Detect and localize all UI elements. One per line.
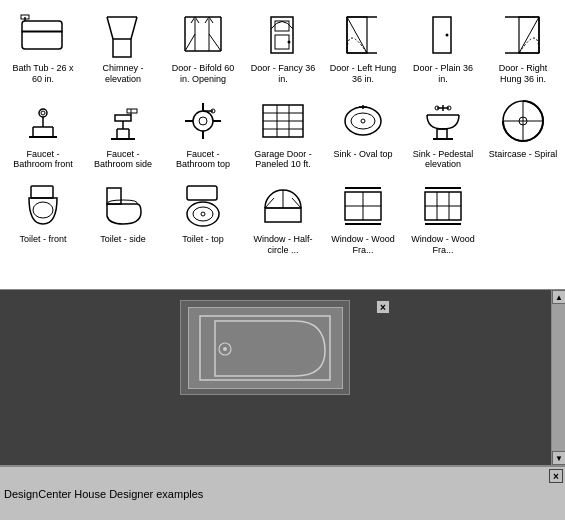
sink-pedestal-icon: [417, 95, 469, 147]
bath-tub-label: Bath Tub - 26 x 60 in.: [7, 63, 79, 85]
icon-toilet-side[interactable]: Toilet - side: [84, 175, 162, 261]
door-bifold-label: Door - Bifold 60 in. Opening: [167, 63, 239, 85]
scroll-up-button[interactable]: ▲: [552, 290, 565, 304]
door-left-label: Door - Left Hung 36 in.: [327, 63, 399, 85]
icon-door-left[interactable]: Door - Left Hung 36 in.: [324, 4, 402, 90]
icon-panel: Bath Tub - 26 x 60 in. Chimney - elevati…: [0, 0, 565, 290]
toilet-front-label: Toilet - front: [19, 234, 66, 245]
icon-sink-pedestal[interactable]: Sink - Pedestal elevation: [404, 90, 482, 176]
scrollbar-vertical[interactable]: ▲ ▼: [551, 290, 565, 465]
svg-point-47: [193, 111, 213, 131]
svg-rect-39: [115, 115, 131, 121]
icon-window-wood1[interactable]: Window - Wood Fra...: [324, 175, 402, 261]
svg-point-80: [33, 202, 53, 218]
svg-rect-0: [22, 21, 62, 49]
staircase-label: Staircase - Spiral: [489, 149, 558, 160]
svg-rect-4: [113, 39, 131, 57]
svg-rect-18: [275, 35, 289, 49]
svg-point-19: [288, 41, 291, 44]
toilet-front-icon: [17, 180, 69, 232]
door-bifold-icon: [177, 9, 229, 61]
icon-faucet-top[interactable]: Faucet - Bathroom top: [164, 90, 242, 176]
icon-garage-door[interactable]: Garage Door - Paneled 10 ft.: [244, 90, 322, 176]
bottom-panel: × DesignCenter House Designer examples ×…: [0, 290, 565, 520]
icon-door-bifold[interactable]: Door - Bifold 60 in. Opening: [164, 4, 242, 90]
svg-rect-45: [127, 109, 137, 113]
icon-window-wood2[interactable]: Window - Wood Fra...: [404, 175, 482, 261]
window-halfcircle-icon: [257, 180, 309, 232]
door-plain-icon: [417, 9, 469, 61]
status-text: DesignCenter House Designer examples: [4, 488, 203, 500]
garage-door-icon: [257, 95, 309, 147]
svg-point-63: [361, 119, 365, 123]
icon-door-plain[interactable]: Door - Plain 36 in.: [404, 4, 482, 90]
window-wood2-label: Window - Wood Fra...: [407, 234, 479, 256]
toilet-side-label: Toilet - side: [100, 234, 146, 245]
svg-line-15: [209, 34, 221, 51]
icon-faucet-front[interactable]: Faucet - Bathroom front: [4, 90, 82, 176]
door-right-icon: [497, 9, 549, 61]
toilet-top-label: Toilet - top: [182, 234, 224, 245]
svg-point-33: [41, 111, 45, 115]
preview-area: [180, 300, 350, 395]
window-wood2-icon: [417, 180, 469, 232]
faucet-front-icon: [17, 95, 69, 147]
icon-grid: Bath Tub - 26 x 60 in. Chimney - elevati…: [0, 0, 565, 265]
svg-point-85: [201, 212, 205, 216]
icon-faucet-side[interactable]: Faucet - Bathroom side: [84, 90, 162, 176]
svg-point-32: [39, 109, 47, 117]
icon-bath-tub[interactable]: Bath Tub - 26 x 60 in.: [4, 4, 82, 90]
sink-oval-label: Sink - Oval top: [333, 149, 392, 160]
svg-rect-82: [187, 186, 217, 200]
window-wood1-icon: [337, 180, 389, 232]
icon-door-fancy[interactable]: Door - Fancy 36 in.: [244, 4, 322, 90]
door-plain-label: Door - Plain 36 in.: [407, 63, 479, 85]
icon-door-right[interactable]: Door - Right Hung 36 in.: [484, 4, 562, 90]
preview-inner: [188, 307, 343, 389]
toilet-top-icon: [177, 180, 229, 232]
icon-staircase[interactable]: Staircase - Spiral: [484, 90, 562, 176]
door-left-icon: [337, 9, 389, 61]
svg-point-48: [199, 117, 207, 125]
svg-line-24: [347, 17, 367, 53]
door-right-label: Door - Right Hung 36 in.: [487, 63, 559, 85]
svg-rect-66: [437, 129, 447, 139]
faucet-top-label: Faucet - Bathroom top: [167, 149, 239, 171]
bath-tub-icon: [17, 9, 69, 61]
door-fancy-label: Door - Fancy 36 in.: [247, 63, 319, 85]
close-preview-button[interactable]: ×: [376, 300, 390, 314]
svg-line-5: [107, 17, 113, 39]
sink-oval-icon: [337, 95, 389, 147]
svg-rect-1: [22, 31, 62, 32]
svg-line-6: [131, 17, 137, 39]
toilet-side-icon: [97, 180, 149, 232]
chimney-icon: [97, 9, 149, 61]
svg-point-62: [351, 113, 375, 129]
svg-rect-86: [265, 208, 301, 222]
window-wood1-label: Window - Wood Fra...: [327, 234, 399, 256]
svg-point-84: [193, 207, 213, 221]
scroll-down-button[interactable]: ▼: [552, 451, 565, 465]
faucet-front-label: Faucet - Bathroom front: [7, 149, 79, 171]
sink-pedestal-label: Sink - Pedestal elevation: [407, 149, 479, 171]
svg-point-26: [446, 34, 449, 37]
icon-window-halfcircle[interactable]: Window - Half-circle ...: [244, 175, 322, 261]
faucet-side-label: Faucet - Bathroom side: [87, 149, 159, 171]
staircase-icon: [497, 95, 549, 147]
icon-toilet-front[interactable]: Toilet - front: [4, 175, 82, 261]
chimney-label: Chimney - elevation: [87, 63, 159, 85]
icon-sink-oval[interactable]: Sink - Oval top: [324, 90, 402, 176]
faucet-side-icon: [97, 95, 149, 147]
svg-point-83: [187, 202, 219, 226]
status-bar: DesignCenter House Designer examples ×: [0, 465, 565, 520]
faucet-top-icon: [177, 95, 229, 147]
garage-door-label: Garage Door - Paneled 10 ft.: [247, 149, 319, 171]
svg-point-61: [345, 107, 381, 135]
svg-line-31: [519, 17, 539, 53]
icon-chimney[interactable]: Chimney - elevation: [84, 4, 162, 90]
svg-rect-79: [31, 186, 53, 198]
svg-point-104: [223, 347, 227, 351]
icon-toilet-top[interactable]: Toilet - top: [164, 175, 242, 261]
close-status-button[interactable]: ×: [549, 469, 563, 483]
svg-line-14: [185, 34, 195, 51]
